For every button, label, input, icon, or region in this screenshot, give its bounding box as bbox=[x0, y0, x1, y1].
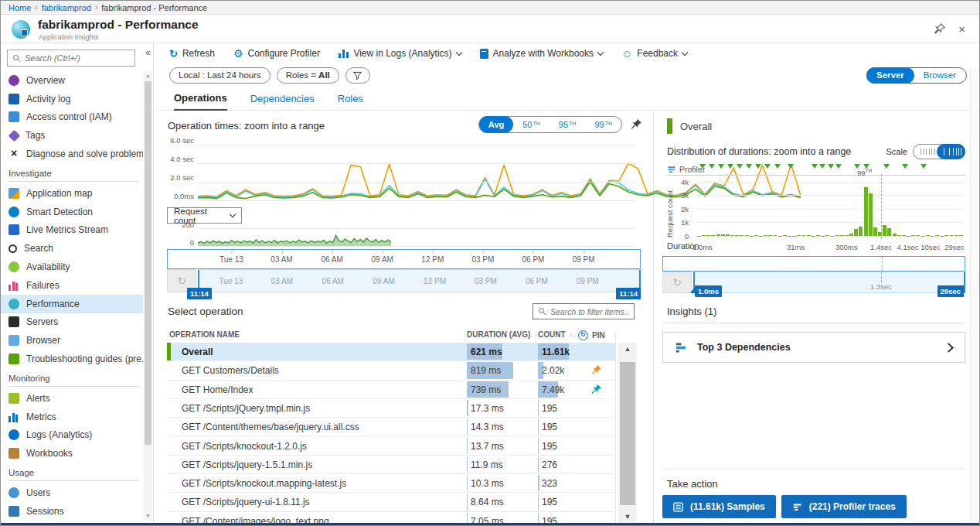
duration-selection-strip[interactable] bbox=[662, 256, 965, 272]
profiler-marker-icon[interactable] bbox=[718, 164, 724, 172]
tab-roles[interactable]: Roles bbox=[338, 93, 363, 110]
pin-blade-icon[interactable] bbox=[934, 23, 945, 35]
sidebar-item-diagnose-and-solve-problems[interactable]: ×Diagnose and solve problems bbox=[1, 145, 143, 163]
toggle-server[interactable]: Server bbox=[866, 67, 914, 84]
profiler-marker-icon[interactable] bbox=[902, 164, 908, 172]
profiler-marker-icon[interactable] bbox=[709, 164, 715, 172]
scroll-down-icon[interactable]: ▼ bbox=[144, 511, 152, 520]
operation-times-chart[interactable]: 6.0 sec4.0 sec2.0 sec0.0ms bbox=[154, 140, 640, 200]
percentile-50th[interactable]: 50TH bbox=[513, 116, 550, 133]
profiler-marker-icon[interactable] bbox=[835, 164, 842, 172]
profiler-marker-icon[interactable] bbox=[746, 164, 752, 172]
sidebar-item-browser[interactable]: Browser bbox=[1, 331, 143, 350]
sidebar-scrollbar[interactable]: ▲ ▼ bbox=[144, 71, 152, 520]
analyze-workbooks-button[interactable]: Analyze with Workbooks bbox=[480, 48, 604, 59]
sidebar-search-input[interactable] bbox=[25, 53, 130, 63]
profiler-marker-icon[interactable] bbox=[727, 164, 733, 172]
table-row[interactable]: GET /Scripts/knockout.mapping-latest.js1… bbox=[167, 474, 615, 493]
add-filter-button[interactable] bbox=[345, 67, 370, 84]
time-axis[interactable]: Tue 1303 AM06 AM09 AM12 PM03 PM06 PM09 P… bbox=[167, 249, 641, 269]
percentile-95th[interactable]: 95TH bbox=[550, 116, 586, 133]
sidebar-item-tags[interactable]: Tags bbox=[1, 126, 143, 145]
sidebar-item-activity-log[interactable]: Activity log bbox=[1, 90, 143, 108]
tab-operations[interactable]: Operations bbox=[174, 92, 227, 111]
tab-dependencies[interactable]: Dependencies bbox=[250, 93, 315, 110]
sort-icon[interactable]: ↑↓ bbox=[570, 331, 577, 339]
sidebar-item-workbooks[interactable]: Workbooks bbox=[1, 444, 143, 463]
table-scrollbar[interactable]: ▲ ▼ bbox=[618, 343, 637, 523]
scale-linear-option[interactable] bbox=[920, 149, 935, 155]
duration-histogram[interactable] bbox=[697, 179, 964, 236]
column-count[interactable]: COUNT↑↓ bbox=[538, 330, 576, 339]
profiler-marker-icon[interactable] bbox=[699, 164, 706, 172]
column-duration[interactable]: DURATION (AVG)↑↓ bbox=[467, 330, 541, 339]
configure-profiler-button[interactable]: Configure Profiler bbox=[233, 48, 320, 59]
table-row[interactable]: GET Home/Index739 ms7.49k bbox=[167, 381, 615, 399]
sidebar-item-access-control-iam[interactable]: Access control (IAM) bbox=[1, 108, 143, 127]
sidebar-item-overview[interactable]: Overview bbox=[1, 71, 143, 90]
profiler-marker-icon[interactable] bbox=[812, 164, 818, 172]
sidebar-item-metrics[interactable]: Metrics bbox=[1, 408, 143, 426]
table-row[interactable]: GET Customers/Details819 ms2.02k bbox=[167, 361, 615, 380]
top-dependencies-card[interactable]: Top 3 Dependencies bbox=[662, 332, 965, 363]
brush-band[interactable]: 1.3sec bbox=[693, 272, 965, 293]
scroll-down-icon[interactable]: ▼ bbox=[618, 511, 637, 523]
sidebar-item-logs-analytics[interactable]: Logs (Analytics) bbox=[1, 426, 143, 445]
percentile-avg[interactable]: Avg bbox=[479, 116, 513, 133]
pin-chart-icon[interactable] bbox=[630, 118, 642, 131]
profiler-marker-icon[interactable] bbox=[737, 164, 743, 172]
feedback-button[interactable]: Feedback bbox=[621, 48, 687, 59]
sidebar-item-performance[interactable]: Performance bbox=[1, 295, 143, 313]
table-row[interactable]: Overall621 ms11.61k bbox=[167, 343, 615, 361]
profiler-traces-button[interactable]: (221) Profiler traces bbox=[781, 495, 907, 518]
brush-band[interactable]: Tue 1303 AM06 AM09 AM12 PM03 PM06 PM09 P… bbox=[198, 269, 641, 292]
table-row[interactable]: GET /Scripts/jQuery.tmpl.min.js17.3 ms19… bbox=[167, 399, 615, 418]
pin-icon[interactable] bbox=[590, 384, 602, 395]
sidebar-item-application-map[interactable]: Application map bbox=[1, 184, 143, 203]
table-row[interactable]: GET /Content/themes/base/jquery.ui.all.c… bbox=[167, 418, 615, 436]
profiler-marker-icon[interactable] bbox=[920, 164, 927, 172]
sidebar-item-servers[interactable]: Servers bbox=[1, 313, 143, 332]
area-chart-plot[interactable] bbox=[198, 227, 391, 246]
table-row[interactable]: GET /Content/images/logo_text.png7.05 ms… bbox=[167, 512, 615, 523]
profiler-marker-icon[interactable] bbox=[883, 164, 890, 172]
reset-pins-icon[interactable] bbox=[578, 330, 588, 340]
sidebar-scroll-thumb[interactable] bbox=[145, 81, 151, 445]
reset-zoom-icon[interactable] bbox=[662, 272, 692, 293]
close-icon[interactable]: × bbox=[958, 23, 965, 35]
scroll-up-icon[interactable]: ▲ bbox=[144, 71, 152, 80]
range-end-chip[interactable]: 11:14 bbox=[616, 288, 641, 299]
samples-button[interactable]: (11.61k) Samples bbox=[662, 495, 776, 518]
time-range-filter-pill[interactable]: Local : Last 24 hours bbox=[169, 67, 271, 84]
toggle-browser[interactable]: Browser bbox=[914, 67, 966, 84]
percentile-99th[interactable]: 99TH bbox=[585, 116, 621, 133]
column-operation-name[interactable]: OPERATION NAME bbox=[169, 330, 240, 339]
sidebar-item-failures[interactable]: Failures bbox=[1, 276, 143, 295]
profiler-marker-icon[interactable] bbox=[774, 164, 781, 172]
range-start-chip[interactable]: 11:14 bbox=[187, 288, 212, 299]
scroll-up-icon[interactable]: ▲ bbox=[618, 343, 637, 355]
page-scrollbar[interactable] bbox=[970, 68, 978, 525]
sidebar-item-sessions[interactable]: Sessions bbox=[1, 502, 143, 521]
sidebar-item-troubleshooting-guides-pre[interactable]: Troubleshooting guides (pre... bbox=[1, 350, 143, 368]
table-row[interactable]: GET /Scripts/knockout-1.2.0.js13.7 ms195 bbox=[167, 437, 615, 456]
profiler-marker-icon[interactable] bbox=[788, 164, 794, 172]
sidebar-item-smart-detection[interactable]: Smart Detection bbox=[1, 203, 143, 221]
sidebar-item-availability[interactable]: Availability bbox=[1, 258, 143, 276]
sidebar-item-users[interactable]: Users bbox=[1, 483, 143, 502]
profiler-marker-icon[interactable] bbox=[828, 164, 834, 172]
breadcrumb-fabrikamprod[interactable]: fabrikamprod bbox=[42, 3, 91, 12]
roles-filter-pill[interactable]: Roles =All bbox=[277, 67, 339, 84]
table-scroll-thumb[interactable] bbox=[620, 362, 635, 505]
pin-icon[interactable] bbox=[590, 364, 602, 376]
profiler-marker-icon[interactable] bbox=[819, 164, 825, 172]
breadcrumb-home[interactable]: Home bbox=[9, 3, 31, 12]
profiler-marker-icon[interactable] bbox=[764, 164, 771, 172]
refresh-button[interactable]: Refresh bbox=[169, 48, 215, 59]
sidebar-item-alerts[interactable]: Alerts bbox=[1, 389, 143, 408]
sidebar-item-search[interactable]: Search bbox=[1, 239, 143, 258]
request-count-chart[interactable]: 2000 bbox=[154, 227, 640, 246]
range-end-chip[interactable]: 29sec bbox=[937, 285, 964, 297]
range-start-chip[interactable]: 1.0ms bbox=[695, 285, 722, 297]
sidebar-item-live-metrics-stream[interactable]: Live Metrics Stream bbox=[1, 221, 143, 240]
